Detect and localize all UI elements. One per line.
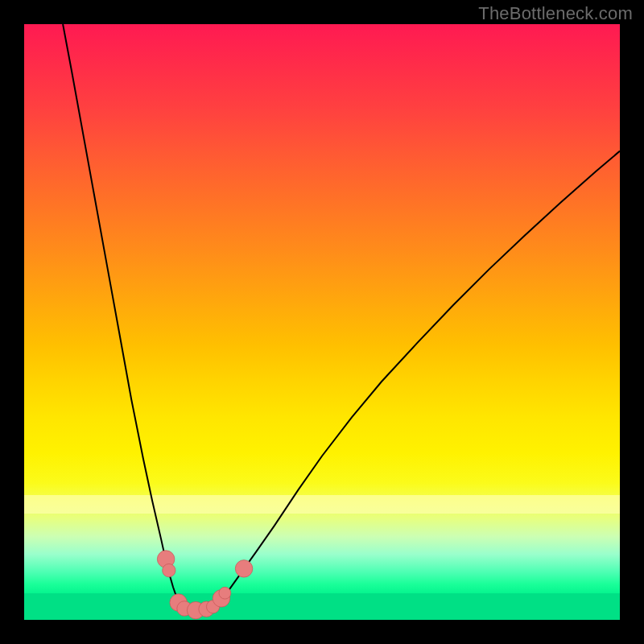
marker-dot (235, 560, 252, 577)
outer-frame: TheBottleneck.com (0, 0, 644, 644)
curve-layer (24, 24, 620, 620)
marker-dot (163, 564, 175, 576)
watermark-text: TheBottleneck.com (478, 3, 633, 24)
plot-area (24, 24, 620, 620)
marker-dot (219, 587, 231, 599)
bottleneck-curve (63, 24, 620, 610)
